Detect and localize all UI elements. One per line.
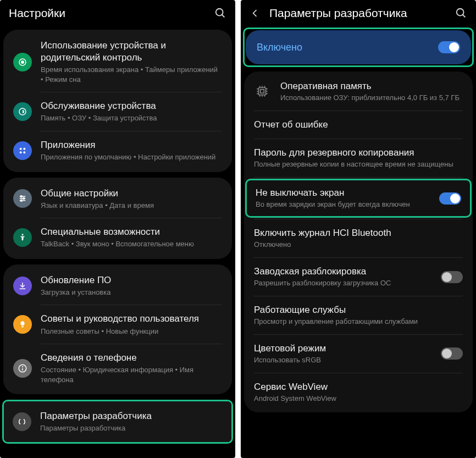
master-toggle[interactable] (438, 41, 460, 53)
dev-group: Оперативная память Использование ОЗУ: пр… (244, 71, 473, 412)
item-title: Цветовой режим (254, 343, 435, 355)
svg-line-1 (222, 15, 225, 18)
settings-group: Использование устройства и родительский … (3, 30, 232, 172)
item-title: Не выключать экран (256, 187, 434, 199)
highlight-box: Не выключать экран Во время зарядки экра… (245, 179, 472, 218)
wellbeing-icon (13, 53, 32, 71)
dev-item-running-services[interactable]: Работающие службы Просмотр и управление … (244, 296, 473, 334)
device-care-icon (13, 102, 32, 121)
item-sub: Язык и клавиатура • Дата и время (41, 201, 222, 211)
highlight-box: Включено (243, 27, 474, 67)
accessibility-icon (13, 228, 32, 247)
settings-item-tips[interactable]: Советы и руководство пользователя Полезн… (3, 305, 232, 344)
item-title: Общие настройки (41, 187, 222, 200)
search-icon[interactable] (214, 7, 226, 19)
apps-icon (13, 141, 32, 160)
svg-point-5 (20, 147, 22, 150)
item-title: Работающие службы (254, 304, 463, 316)
item-sub: Параметры разработчика (40, 423, 223, 433)
item-title: Включить журнал HCI Bluetooth (254, 227, 463, 239)
highlight-box: Параметры разработчика Параметры разрабо… (2, 400, 233, 444)
master-toggle-row[interactable]: Включено (246, 30, 471, 64)
dev-item-color-mode[interactable]: Цветовой режим Использовать sRGB (244, 335, 473, 373)
item-title: Обслуживание устройства (41, 100, 222, 112)
svg-point-8 (23, 151, 25, 153)
svg-point-7 (20, 151, 22, 153)
page-title: Настройки (9, 7, 214, 20)
item-sub: Просмотр и управление работающими служба… (254, 317, 463, 327)
item-title: Сервис WebView (254, 381, 463, 393)
settings-item-about-phone[interactable]: Сведения о телефоне Состояние • Юридичес… (3, 344, 232, 392)
svg-point-14 (20, 200, 22, 202)
item-sub: Полные резервные копии в настоящее время… (254, 160, 463, 169)
settings-group: Общие настройки Язык и клавиатура • Дата… (3, 178, 232, 259)
svg-point-20 (457, 9, 464, 16)
svg-point-0 (216, 9, 223, 16)
item-sub: Android System WebView (254, 394, 463, 404)
svg-point-13 (23, 198, 25, 200)
settings-item-device-care[interactable]: Обслуживание устройства Память • ОЗУ • З… (3, 92, 232, 131)
info-icon (13, 359, 32, 378)
item-title: Пароль для резервного копирования (254, 147, 463, 159)
item-sub: Отключено (254, 240, 463, 250)
color-toggle[interactable] (441, 347, 463, 360)
svg-line-21 (463, 15, 466, 18)
item-title: Оперативная память (280, 80, 463, 92)
back-icon[interactable] (250, 8, 261, 19)
item-title: Обновление ПО (41, 274, 222, 286)
item-sub: TalkBack • Звук моно • Вспомогательное м… (41, 239, 222, 249)
dev-item-bugreport[interactable]: Отчет об ошибке (244, 111, 473, 139)
svg-rect-23 (261, 90, 264, 93)
dev-item-stay-awake[interactable]: Не выключать экран Во время зарядки экра… (247, 180, 470, 216)
settings-item-accessibility[interactable]: Специальные возможности TalkBack • Звук … (3, 218, 232, 257)
stay-awake-toggle[interactable] (439, 192, 461, 205)
dev-item-hci-log[interactable]: Включить журнал HCI Bluetooth Отключено (244, 219, 473, 257)
settings-group: Параметры разработчика Параметры разрабо… (4, 401, 231, 442)
developer-icon (13, 412, 31, 431)
oem-toggle[interactable] (441, 271, 463, 283)
dev-options-list: Включено Оперативная память Использовани… (241, 24, 476, 458)
enabled-label: Включено (257, 42, 433, 53)
settings-group: Обновление ПО Загрузка и установка Совет… (3, 264, 232, 394)
chip-icon (254, 83, 270, 100)
svg-point-3 (21, 60, 24, 63)
dev-item-oem-unlock[interactable]: Заводская разблокировка Разрешить разбло… (244, 258, 473, 296)
svg-rect-16 (21, 327, 24, 328)
settings-item-software-update[interactable]: Обновление ПО Загрузка и установка (3, 267, 232, 305)
item-sub: Память • ОЗУ • Защита устройства (41, 113, 222, 123)
dev-item-memory[interactable]: Оперативная память Использование ОЗУ: пр… (244, 73, 473, 111)
svg-point-15 (22, 234, 24, 235)
settings-screen: Настройки Использование устройства и род… (0, 0, 235, 458)
general-icon (13, 189, 32, 208)
item-title: Сведения о телефоне (41, 352, 222, 364)
item-title: Отчет об ошибке (254, 119, 463, 131)
update-icon (13, 277, 32, 295)
item-title: Специальные возможности (41, 226, 222, 238)
header: Параметры разработчика (241, 0, 476, 24)
svg-point-6 (23, 147, 25, 150)
settings-item-digital-wellbeing[interactable]: Использование устройства и родительский … (3, 32, 232, 92)
item-sub: Использование ОЗУ: приблизительно 4,0 ГБ… (280, 93, 463, 103)
page-title: Параметры разработчика (269, 7, 455, 20)
item-title: Приложения (41, 139, 222, 151)
search-icon[interactable] (455, 7, 467, 19)
settings-item-developer-options[interactable]: Параметры разработчика Параметры разрабо… (4, 404, 231, 440)
settings-item-general[interactable]: Общие настройки Язык и клавиатура • Дата… (3, 180, 232, 218)
dev-item-backup-password[interactable]: Пароль для резервного копирования Полные… (244, 139, 473, 177)
item-title: Параметры разработчика (40, 410, 223, 422)
settings-item-apps[interactable]: Приложения Приложения по умолчанию • Нас… (3, 131, 232, 170)
item-sub: Во время зарядки экран будет всегда вклю… (256, 200, 434, 209)
header: Настройки (0, 0, 235, 24)
item-title: Заводская разблокировка (254, 266, 435, 278)
item-sub: Состояние • Юридическая информация • Имя… (41, 365, 222, 384)
item-title: Использование устройства и родительский … (41, 40, 222, 64)
svg-point-12 (20, 196, 22, 197)
item-sub: Разрешить разблокировку загрузчика ОС (254, 279, 435, 288)
item-sub: Приложения по умолчанию • Настройки прил… (41, 152, 222, 162)
item-sub: Загрузка и установка (41, 288, 222, 297)
developer-options-screen: Параметры разработчика Включено Оператив… (241, 0, 476, 458)
tips-icon (13, 315, 32, 334)
settings-list: Использование устройства и родительский … (0, 24, 235, 458)
dev-item-webview[interactable]: Сервис WebView Android System WebView (244, 373, 473, 411)
item-sub: Использовать sRGB (254, 356, 435, 365)
